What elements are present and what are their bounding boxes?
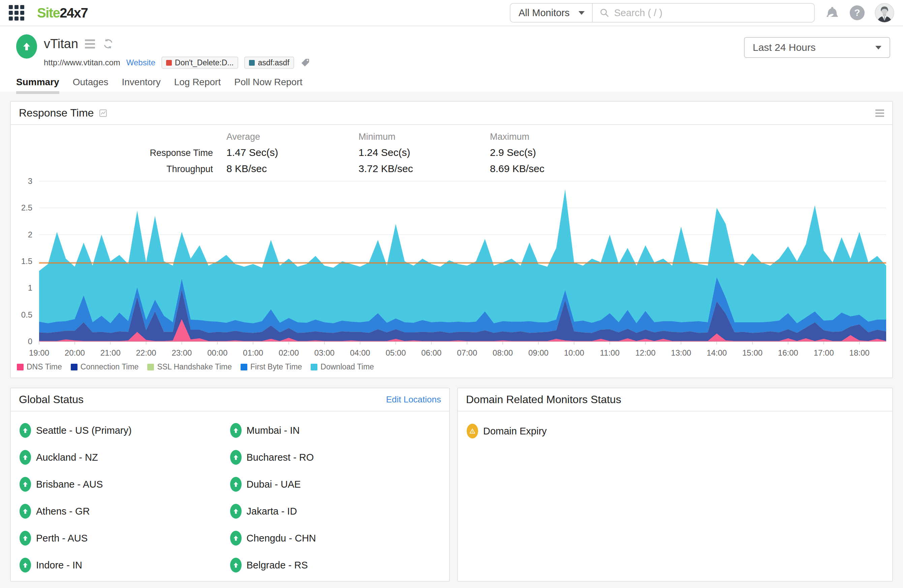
location-item[interactable]: Athens - GR (20, 504, 230, 519)
logo-text-24x7: 24x7 (60, 5, 88, 20)
site24x7-logo[interactable]: Site24x7 (37, 5, 88, 20)
location-item[interactable]: Belgrade - RS (230, 558, 441, 572)
svg-text:07:00: 07:00 (457, 348, 477, 358)
panel-menu-icon[interactable] (875, 110, 884, 117)
tag-icon[interactable] (300, 58, 310, 68)
tab-summary[interactable]: Summary (16, 77, 59, 94)
location-item[interactable]: Auckland - NZ (20, 450, 230, 465)
monitor-scope-select[interactable]: All Monitors (510, 4, 593, 22)
tag-label: Don't_Delete:D... (175, 58, 233, 67)
location-item[interactable]: Brisbane - AUS (20, 477, 230, 492)
svg-text:1.5: 1.5 (21, 257, 32, 266)
legend-dns-time[interactable]: DNS Time (17, 362, 62, 372)
stat-col-maximum: Maximum (490, 132, 892, 142)
app-grid-icon[interactable] (9, 5, 24, 20)
domain-monitor-list: Domain Expiry (458, 412, 892, 451)
stat-value: 2.9 Sec(s) (490, 147, 892, 158)
stat-value: 8 KB/sec (227, 163, 359, 174)
legend-connection-time[interactable]: Connection Time (71, 362, 139, 372)
monitor-type-link[interactable]: Website (126, 58, 155, 67)
up-status-icon (230, 450, 242, 465)
global-search-bar: All Monitors (510, 3, 815, 23)
svg-text:16:00: 16:00 (778, 348, 798, 358)
domain-status-panel: Domain Related Monitors Status Domain Ex… (457, 387, 893, 582)
svg-text:20:00: 20:00 (65, 348, 85, 358)
search-input[interactable] (614, 8, 808, 19)
edit-locations-link[interactable]: Edit Locations (386, 394, 441, 405)
tab-inventory[interactable]: Inventory (122, 77, 160, 94)
location-item[interactable]: Bucharest - RO (230, 450, 441, 465)
svg-text:0.5: 0.5 (21, 310, 32, 319)
location-item[interactable]: Perth - AUS (20, 531, 230, 546)
svg-text:00:00: 00:00 (207, 348, 227, 358)
svg-text:01:00: 01:00 (243, 348, 263, 358)
svg-text:10:00: 10:00 (564, 348, 584, 358)
stat-row-label: Throughput (11, 164, 227, 174)
monitor-scope-label: All Monitors (519, 8, 570, 19)
up-status-icon (230, 531, 242, 546)
user-avatar[interactable] (875, 3, 894, 23)
location-item[interactable]: Dubai - UAE (230, 477, 441, 492)
monitor-header: vTitan http://www.vtitan.com Website Don… (0, 26, 903, 92)
svg-text:18:00: 18:00 (850, 348, 870, 358)
location-item[interactable]: Seattle - US (Primary) (20, 423, 230, 438)
tab-log-report[interactable]: Log Report (174, 77, 221, 94)
help-icon[interactable]: ? (850, 5, 865, 20)
response-time-panel: Response Time Average Minimum Maximum Re… (10, 101, 893, 378)
tab-outages[interactable]: Outages (73, 77, 109, 94)
up-status-icon (20, 531, 31, 546)
tab-poll-now-report[interactable]: Poll Now Report (234, 77, 302, 94)
legend-download-time[interactable]: Download Time (311, 362, 374, 372)
response-time-chart[interactable]: 00.511.522.5319:0020:0021:0022:0023:0000… (11, 176, 892, 362)
svg-text:21:00: 21:00 (101, 348, 121, 358)
notifications-bell-icon[interactable] (825, 5, 840, 20)
tag-color-swatch (166, 60, 172, 66)
tag-color-swatch (249, 60, 255, 66)
tag-chip[interactable]: asdf:asdf (244, 56, 294, 69)
up-status-icon (230, 558, 242, 572)
monitor-actions-menu-icon[interactable] (85, 39, 95, 49)
svg-text:0: 0 (28, 337, 32, 346)
stat-col-average: Average (227, 132, 359, 142)
chevron-down-icon (579, 11, 585, 15)
location-item[interactable]: Chengdu - CHN (230, 531, 441, 546)
refresh-icon[interactable] (102, 38, 115, 50)
location-item[interactable]: Mumbai - IN (230, 423, 441, 438)
warning-status-icon (467, 424, 478, 439)
svg-text:08:00: 08:00 (492, 348, 513, 358)
domain-status-title: Domain Related Monitors Status (466, 394, 621, 406)
svg-text:13:00: 13:00 (671, 348, 691, 358)
svg-text:2: 2 (28, 230, 32, 239)
chart-legend: DNS Time Connection Time SSL Handshake T… (11, 362, 892, 378)
stat-value: 1.24 Sec(s) (359, 147, 490, 158)
main-content: Response Time Average Minimum Maximum Re… (0, 92, 903, 582)
tag-label: asdf:asdf (258, 58, 289, 67)
up-status-icon (230, 477, 242, 492)
response-time-title: Response Time (19, 107, 94, 119)
svg-text:19:00: 19:00 (29, 348, 49, 358)
legend-first-byte-time[interactable]: First Byte Time (241, 362, 302, 372)
svg-text:14:00: 14:00 (706, 348, 727, 358)
response-time-stats: Average Minimum Maximum Response Time 1.… (11, 125, 892, 176)
tag-chip[interactable]: Don't_Delete:D... (161, 56, 238, 69)
time-range-select[interactable]: Last 24 Hours (744, 37, 890, 58)
svg-text:1: 1 (28, 283, 32, 292)
legend-swatch (147, 364, 154, 370)
svg-text:12:00: 12:00 (635, 348, 655, 358)
svg-text:23:00: 23:00 (171, 348, 192, 358)
search-icon (599, 8, 609, 18)
up-status-icon (20, 558, 31, 572)
domain-monitor-item[interactable]: Domain Expiry (467, 424, 883, 439)
monitor-up-status-icon (16, 34, 37, 59)
up-status-icon (20, 450, 31, 465)
global-status-panel: Global Status Edit Locations Seattle - U… (10, 387, 450, 582)
up-status-icon (230, 504, 242, 519)
chevron-down-icon (875, 46, 881, 50)
up-status-icon (20, 423, 31, 438)
search-box[interactable] (593, 4, 814, 22)
location-item[interactable]: Indore - IN (20, 558, 230, 572)
location-item[interactable]: Jakarta - ID (230, 504, 441, 519)
legend-ssl-handshake-time[interactable]: SSL Handshake Time (147, 362, 232, 372)
legend-swatch (311, 364, 318, 370)
trend-chart-icon[interactable] (98, 108, 108, 118)
